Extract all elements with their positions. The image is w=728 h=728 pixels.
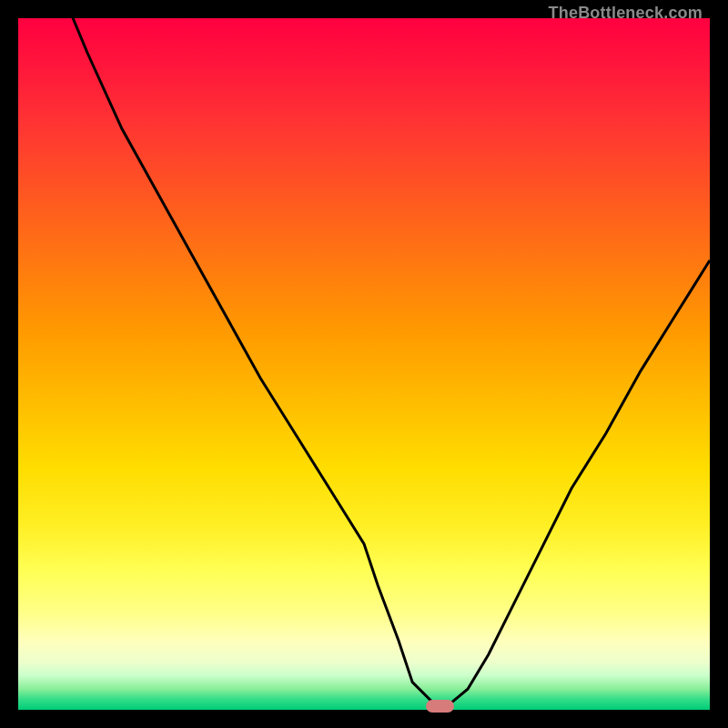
chart-frame: TheBottleneck.com (0, 0, 728, 728)
optimum-marker (426, 700, 453, 713)
watermark-text: TheBottleneck.com (549, 4, 703, 23)
curve-layer (18, 18, 710, 710)
plot-area (18, 18, 710, 710)
bottleneck-curve (18, 18, 710, 706)
